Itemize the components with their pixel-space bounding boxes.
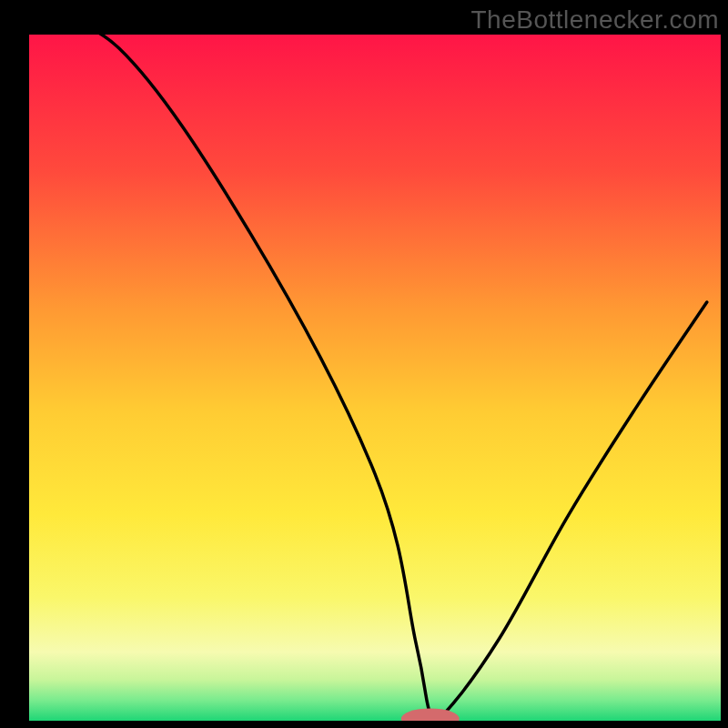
chart-container: TheBottleneсker.com [0, 0, 728, 728]
watermark-text: TheBottleneсker.com [470, 5, 719, 35]
bottleneck-chart [0, 0, 728, 728]
optimal-marker [401, 708, 460, 728]
gradient-background [29, 35, 721, 721]
